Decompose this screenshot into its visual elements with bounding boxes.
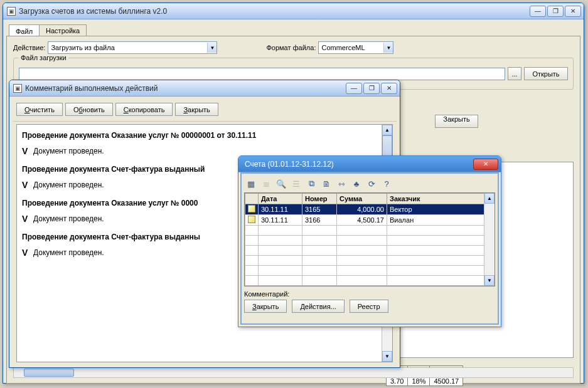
grid-v-scrollbar[interactable]: ▲ ▼ [484, 193, 494, 286]
tab-file[interactable]: Файл [9, 24, 40, 36]
scroll-down-icon[interactable]: ▼ [382, 351, 392, 362]
comment-label: Комментарий: [244, 290, 495, 298]
document-icon [248, 216, 255, 223]
row-icon-cell [245, 215, 259, 226]
log-heading: Проведение документа Оказание услуг № 00… [22, 131, 387, 140]
main-title: Загрузка счетов из системы биллинга v2.0 [19, 7, 530, 16]
action-label: Действие: [13, 44, 45, 51]
document-icon [248, 205, 255, 212]
col-sum[interactable]: Сумма [337, 194, 387, 204]
scrollbar-thumb[interactable] [24, 369, 74, 377]
main-close-button[interactable]: Закрыть [435, 115, 478, 128]
close-button[interactable]: Закрыть [175, 103, 218, 116]
format-label: Формат файла: [266, 44, 316, 51]
log-status: VДокумент проведен. [22, 146, 387, 156]
cell-sum: 4,500.17 [337, 215, 387, 226]
cell-customer: Виалан [387, 215, 494, 226]
tab-settings[interactable]: Настройка [39, 24, 87, 36]
action-value: Загрузить из файла [51, 44, 114, 51]
col-number[interactable]: Номер [302, 194, 337, 204]
copy-icon[interactable]: ⧉ [306, 178, 317, 189]
h-scrollbar[interactable] [13, 367, 574, 378]
help-icon[interactable]: ? [381, 178, 392, 189]
action-combo[interactable]: Загрузить из файла ▼ [48, 41, 217, 54]
accounts-window: Счета (01.01.12-31.12.12) ✕ ▦ ≣ 🔍 ☰ ⧉ 🗎 … [238, 155, 501, 327]
checkmark-icon: V [22, 248, 29, 258]
table-row-empty [245, 276, 494, 286]
resize-icon[interactable]: ⇿ [336, 178, 347, 189]
table-row-empty [245, 266, 494, 276]
tree-icon[interactable]: ♣ [351, 178, 362, 189]
table-row[interactable]: 30.11.1131654,000.00Вектор [245, 204, 494, 215]
scroll-up-icon[interactable]: ▲ [382, 125, 392, 135]
table-row-empty [245, 236, 494, 246]
table-row[interactable]: 30.11.1131664,500.17Виалан [245, 215, 494, 226]
search-icon[interactable]: 🔍 [275, 178, 287, 189]
file-legend: Файл загрузки [19, 54, 68, 61]
close-button[interactable]: ✕ [381, 83, 397, 94]
accounts-titlebar[interactable]: Счета (01.01.12-31.12.12) ✕ [238, 156, 501, 172]
doc-icon[interactable]: 🗎 [321, 178, 332, 189]
cell-date: 30.11.11 [259, 204, 302, 215]
accounts-toolbar: ▦ ≣ 🔍 ☰ ⧉ 🗎 ⇿ ♣ ⟳ ? [244, 176, 495, 192]
filter-icon[interactable]: ☰ [291, 178, 302, 189]
close-button[interactable]: ✕ [565, 6, 581, 17]
format-value: CommerceML [321, 44, 365, 51]
list-icon[interactable]: ≣ [260, 178, 272, 189]
cell-number: 3166 [302, 215, 337, 226]
accounts-grid[interactable]: Дата Номер Сумма Заказчик 30.11.1131654,… [244, 192, 495, 286]
table-row-empty [245, 246, 494, 256]
cell-number: 3165 [302, 204, 337, 215]
col-customer[interactable]: Заказчик [387, 194, 494, 204]
minimize-button[interactable]: — [346, 83, 362, 94]
app-icon: ▣ [13, 84, 22, 93]
copy-button[interactable]: Скопировать [115, 103, 173, 116]
log-entry: Проведение документа Оказание услуг № 00… [22, 131, 387, 156]
table-row-empty [245, 226, 494, 236]
refresh-button[interactable]: Обновить [65, 103, 113, 116]
accounts-close-button[interactable]: Закрыть [244, 300, 287, 313]
comment-toolbar: Очистить Обновить Скопировать Закрыть [13, 99, 397, 122]
col-date[interactable]: Дата [259, 194, 302, 204]
accounts-actions-button[interactable]: Действия... [292, 300, 344, 313]
app-icon: ▣ [7, 7, 16, 16]
chevron-down-icon: ▼ [383, 43, 393, 53]
main-titlebar[interactable]: ▣ Загрузка счетов из системы биллинга v2… [3, 3, 584, 19]
cell-sum: 4,000.00 [337, 204, 387, 215]
cell-customer: Вектор [387, 204, 494, 215]
grid-icon[interactable]: ▦ [245, 178, 257, 189]
comment-title: Комментарий выполняемых действий [25, 84, 346, 93]
col-icon[interactable] [245, 194, 259, 204]
scroll-down-icon[interactable]: ▼ [484, 275, 494, 286]
checkmark-icon: V [22, 214, 29, 224]
close-button[interactable]: ✕ [473, 159, 498, 170]
refresh-icon[interactable]: ⟳ [366, 178, 377, 189]
format-combo[interactable]: CommerceML ▼ [318, 41, 393, 54]
maximize-button[interactable]: ❐ [547, 6, 564, 17]
browse-button[interactable]: ... [508, 67, 521, 80]
open-button[interactable]: Открыть [524, 67, 568, 80]
row-icon-cell [245, 204, 259, 215]
scroll-up-icon[interactable]: ▲ [484, 193, 494, 204]
comment-titlebar[interactable]: ▣ Комментарий выполняемых действий — ❐ ✕ [9, 80, 400, 97]
checkmark-icon: V [22, 180, 29, 190]
accounts-registry-button[interactable]: Реестр [350, 300, 388, 313]
clear-button[interactable]: Очистить [16, 103, 63, 116]
chevron-down-icon: ▼ [207, 43, 216, 53]
accounts-title: Счета (01.01.12-31.12.12) [242, 160, 473, 169]
table-row-empty [245, 256, 494, 266]
file-path-input[interactable] [19, 68, 505, 80]
checkmark-icon: V [22, 146, 29, 156]
cell-date: 30.11.11 [259, 215, 302, 226]
main-tabstrip: Файл Настройка [6, 22, 580, 36]
minimize-button[interactable]: — [530, 6, 546, 17]
maximize-button[interactable]: ❐ [363, 83, 380, 94]
